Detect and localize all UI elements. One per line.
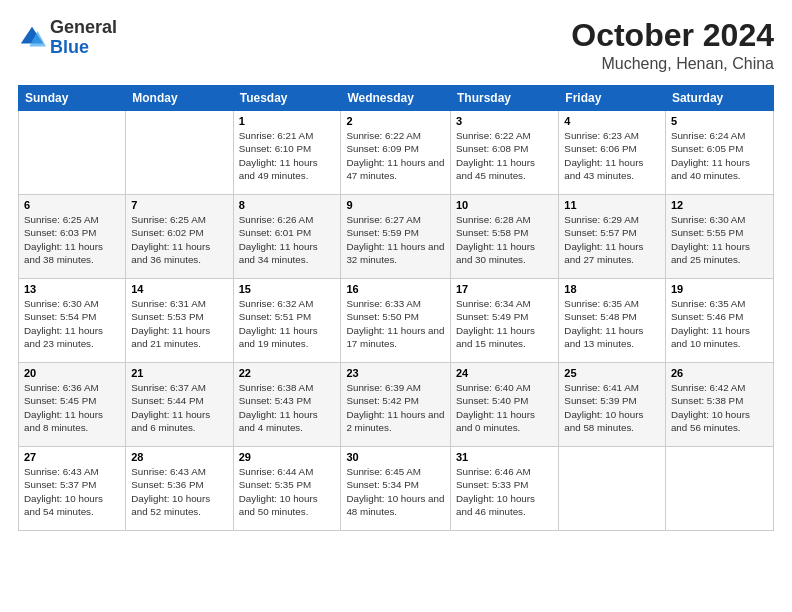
day-cell: 24Sunrise: 6:40 AM Sunset: 5:40 PM Dayli… xyxy=(451,363,559,447)
day-info: Sunrise: 6:43 AM Sunset: 5:37 PM Dayligh… xyxy=(24,465,120,518)
week-row-4: 20Sunrise: 6:36 AM Sunset: 5:45 PM Dayli… xyxy=(19,363,774,447)
day-cell: 12Sunrise: 6:30 AM Sunset: 5:55 PM Dayli… xyxy=(665,195,773,279)
week-row-1: 1Sunrise: 6:21 AM Sunset: 6:10 PM Daylig… xyxy=(19,111,774,195)
day-number: 8 xyxy=(239,199,336,211)
day-info: Sunrise: 6:30 AM Sunset: 5:55 PM Dayligh… xyxy=(671,213,768,266)
day-number: 7 xyxy=(131,199,227,211)
day-info: Sunrise: 6:36 AM Sunset: 5:45 PM Dayligh… xyxy=(24,381,120,434)
day-number: 4 xyxy=(564,115,660,127)
day-cell: 21Sunrise: 6:37 AM Sunset: 5:44 PM Dayli… xyxy=(126,363,233,447)
day-number: 5 xyxy=(671,115,768,127)
day-cell: 22Sunrise: 6:38 AM Sunset: 5:43 PM Dayli… xyxy=(233,363,341,447)
day-info: Sunrise: 6:35 AM Sunset: 5:46 PM Dayligh… xyxy=(671,297,768,350)
day-number: 19 xyxy=(671,283,768,295)
weekday-wednesday: Wednesday xyxy=(341,86,451,111)
day-info: Sunrise: 6:24 AM Sunset: 6:05 PM Dayligh… xyxy=(671,129,768,182)
day-number: 2 xyxy=(346,115,445,127)
day-number: 12 xyxy=(671,199,768,211)
day-number: 27 xyxy=(24,451,120,463)
day-info: Sunrise: 6:45 AM Sunset: 5:34 PM Dayligh… xyxy=(346,465,445,518)
day-info: Sunrise: 6:41 AM Sunset: 5:39 PM Dayligh… xyxy=(564,381,660,434)
day-info: Sunrise: 6:39 AM Sunset: 5:42 PM Dayligh… xyxy=(346,381,445,434)
day-info: Sunrise: 6:46 AM Sunset: 5:33 PM Dayligh… xyxy=(456,465,553,518)
day-number: 6 xyxy=(24,199,120,211)
weekday-saturday: Saturday xyxy=(665,86,773,111)
day-cell: 5Sunrise: 6:24 AM Sunset: 6:05 PM Daylig… xyxy=(665,111,773,195)
logo-blue: Blue xyxy=(50,37,89,57)
day-cell: 14Sunrise: 6:31 AM Sunset: 5:53 PM Dayli… xyxy=(126,279,233,363)
week-row-2: 6Sunrise: 6:25 AM Sunset: 6:03 PM Daylig… xyxy=(19,195,774,279)
day-number: 31 xyxy=(456,451,553,463)
day-number: 1 xyxy=(239,115,336,127)
day-cell: 1Sunrise: 6:21 AM Sunset: 6:10 PM Daylig… xyxy=(233,111,341,195)
day-cell xyxy=(126,111,233,195)
day-number: 16 xyxy=(346,283,445,295)
day-cell: 7Sunrise: 6:25 AM Sunset: 6:02 PM Daylig… xyxy=(126,195,233,279)
day-info: Sunrise: 6:37 AM Sunset: 5:44 PM Dayligh… xyxy=(131,381,227,434)
day-number: 10 xyxy=(456,199,553,211)
logo: General Blue xyxy=(18,18,117,58)
weekday-thursday: Thursday xyxy=(451,86,559,111)
day-info: Sunrise: 6:25 AM Sunset: 6:02 PM Dayligh… xyxy=(131,213,227,266)
title-block: October 2024 Mucheng, Henan, China xyxy=(571,18,774,73)
day-cell: 8Sunrise: 6:26 AM Sunset: 6:01 PM Daylig… xyxy=(233,195,341,279)
weekday-friday: Friday xyxy=(559,86,666,111)
day-info: Sunrise: 6:43 AM Sunset: 5:36 PM Dayligh… xyxy=(131,465,227,518)
day-cell: 3Sunrise: 6:22 AM Sunset: 6:08 PM Daylig… xyxy=(451,111,559,195)
day-cell: 13Sunrise: 6:30 AM Sunset: 5:54 PM Dayli… xyxy=(19,279,126,363)
month-title: October 2024 xyxy=(571,18,774,53)
day-number: 14 xyxy=(131,283,227,295)
day-cell: 10Sunrise: 6:28 AM Sunset: 5:58 PM Dayli… xyxy=(451,195,559,279)
day-cell: 31Sunrise: 6:46 AM Sunset: 5:33 PM Dayli… xyxy=(451,447,559,531)
day-info: Sunrise: 6:29 AM Sunset: 5:57 PM Dayligh… xyxy=(564,213,660,266)
day-cell: 19Sunrise: 6:35 AM Sunset: 5:46 PM Dayli… xyxy=(665,279,773,363)
logo-text: General Blue xyxy=(50,18,117,58)
day-number: 20 xyxy=(24,367,120,379)
day-number: 26 xyxy=(671,367,768,379)
location-title: Mucheng, Henan, China xyxy=(571,55,774,73)
weekday-sunday: Sunday xyxy=(19,86,126,111)
day-cell: 16Sunrise: 6:33 AM Sunset: 5:50 PM Dayli… xyxy=(341,279,451,363)
day-cell: 2Sunrise: 6:22 AM Sunset: 6:09 PM Daylig… xyxy=(341,111,451,195)
day-number: 18 xyxy=(564,283,660,295)
day-number: 3 xyxy=(456,115,553,127)
page: General Blue October 2024 Mucheng, Henan… xyxy=(0,0,792,612)
day-number: 9 xyxy=(346,199,445,211)
day-info: Sunrise: 6:42 AM Sunset: 5:38 PM Dayligh… xyxy=(671,381,768,434)
weekday-monday: Monday xyxy=(126,86,233,111)
day-info: Sunrise: 6:31 AM Sunset: 5:53 PM Dayligh… xyxy=(131,297,227,350)
day-info: Sunrise: 6:21 AM Sunset: 6:10 PM Dayligh… xyxy=(239,129,336,182)
day-cell: 28Sunrise: 6:43 AM Sunset: 5:36 PM Dayli… xyxy=(126,447,233,531)
day-number: 11 xyxy=(564,199,660,211)
day-number: 22 xyxy=(239,367,336,379)
day-info: Sunrise: 6:32 AM Sunset: 5:51 PM Dayligh… xyxy=(239,297,336,350)
day-cell: 9Sunrise: 6:27 AM Sunset: 5:59 PM Daylig… xyxy=(341,195,451,279)
day-cell: 4Sunrise: 6:23 AM Sunset: 6:06 PM Daylig… xyxy=(559,111,666,195)
day-info: Sunrise: 6:27 AM Sunset: 5:59 PM Dayligh… xyxy=(346,213,445,266)
day-number: 23 xyxy=(346,367,445,379)
day-info: Sunrise: 6:25 AM Sunset: 6:03 PM Dayligh… xyxy=(24,213,120,266)
week-row-3: 13Sunrise: 6:30 AM Sunset: 5:54 PM Dayli… xyxy=(19,279,774,363)
day-info: Sunrise: 6:30 AM Sunset: 5:54 PM Dayligh… xyxy=(24,297,120,350)
day-info: Sunrise: 6:35 AM Sunset: 5:48 PM Dayligh… xyxy=(564,297,660,350)
day-info: Sunrise: 6:40 AM Sunset: 5:40 PM Dayligh… xyxy=(456,381,553,434)
day-info: Sunrise: 6:28 AM Sunset: 5:58 PM Dayligh… xyxy=(456,213,553,266)
calendar-table: SundayMondayTuesdayWednesdayThursdayFrid… xyxy=(18,85,774,531)
week-row-5: 27Sunrise: 6:43 AM Sunset: 5:37 PM Dayli… xyxy=(19,447,774,531)
day-info: Sunrise: 6:33 AM Sunset: 5:50 PM Dayligh… xyxy=(346,297,445,350)
header: General Blue October 2024 Mucheng, Henan… xyxy=(18,18,774,73)
day-cell xyxy=(19,111,126,195)
day-cell xyxy=(665,447,773,531)
day-cell: 18Sunrise: 6:35 AM Sunset: 5:48 PM Dayli… xyxy=(559,279,666,363)
day-cell: 29Sunrise: 6:44 AM Sunset: 5:35 PM Dayli… xyxy=(233,447,341,531)
day-cell xyxy=(559,447,666,531)
calendar-body: 1Sunrise: 6:21 AM Sunset: 6:10 PM Daylig… xyxy=(19,111,774,531)
day-number: 13 xyxy=(24,283,120,295)
day-cell: 23Sunrise: 6:39 AM Sunset: 5:42 PM Dayli… xyxy=(341,363,451,447)
weekday-header: SundayMondayTuesdayWednesdayThursdayFrid… xyxy=(19,86,774,111)
day-cell: 15Sunrise: 6:32 AM Sunset: 5:51 PM Dayli… xyxy=(233,279,341,363)
day-cell: 26Sunrise: 6:42 AM Sunset: 5:38 PM Dayli… xyxy=(665,363,773,447)
day-cell: 30Sunrise: 6:45 AM Sunset: 5:34 PM Dayli… xyxy=(341,447,451,531)
day-cell: 25Sunrise: 6:41 AM Sunset: 5:39 PM Dayli… xyxy=(559,363,666,447)
day-cell: 27Sunrise: 6:43 AM Sunset: 5:37 PM Dayli… xyxy=(19,447,126,531)
